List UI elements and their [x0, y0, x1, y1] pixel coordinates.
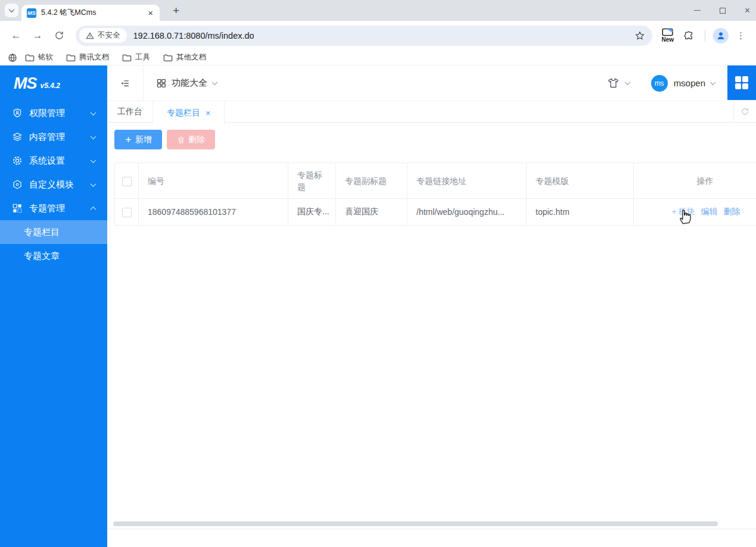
person-icon — [715, 30, 726, 41]
layers-icon — [12, 132, 23, 142]
cell-link: /html/web/guoqingzhu... — [407, 199, 527, 226]
sidebar-item-topics[interactable]: 专题管理 — [0, 196, 107, 220]
row-checkbox[interactable] — [122, 208, 132, 217]
tab-search-button[interactable] — [5, 4, 18, 17]
chevron-down-icon — [91, 133, 97, 139]
browser-tab[interactable]: MS 5.4.2 铭飞MCms × — [21, 5, 160, 21]
sidebar-subitem-label: 专题栏目 — [24, 227, 60, 238]
sidebar-subitem-topic-articles[interactable]: 专题文章 — [0, 244, 107, 268]
toolbar-divider — [705, 30, 705, 42]
site-favicon: MS — [27, 8, 36, 18]
profile-avatar[interactable] — [713, 28, 729, 43]
delete-button[interactable]: 删除 — [167, 130, 215, 149]
gear-icon — [12, 155, 23, 166]
col-header-id: 编号 — [139, 163, 288, 199]
refresh-tab-button[interactable] — [733, 101, 756, 122]
reload-button[interactable] — [50, 27, 68, 45]
horizontal-scrollbar[interactable] — [113, 521, 718, 526]
white-grid-icon — [734, 75, 749, 90]
url-text[interactable]: 192.168.0.71:8080/ms/index.do — [133, 31, 635, 40]
screen: MS 5.4.2 铭飞MCms × + × ← → 不安全 192.168.0.… — [0, 0, 756, 547]
globe-icon[interactable] — [8, 53, 17, 62]
extensions-button[interactable] — [680, 27, 698, 45]
cell-title: 国庆专... — [288, 199, 336, 226]
col-header-link: 专题链接地址 — [407, 163, 527, 199]
bookmark-item[interactable]: 工具 — [122, 52, 150, 62]
col-header-actions: 操作 — [634, 163, 756, 199]
add-button[interactable]: 新增 — [114, 130, 162, 149]
folder-icon — [66, 54, 76, 62]
select-all-cell — [115, 163, 139, 199]
minimize-button[interactable] — [694, 10, 701, 11]
apps-grid-icon — [156, 78, 166, 88]
bookmark-star-icon[interactable] — [634, 30, 645, 41]
cell-actions: ＋板块编辑删除 — [634, 199, 756, 226]
sidebar-item-custom-modules[interactable]: 自定义模块 — [0, 173, 107, 196]
bookmark-label: 铭软 — [38, 52, 53, 62]
sidebar-item-content[interactable]: 内容管理 — [0, 125, 107, 149]
username-label: msopen — [674, 78, 705, 88]
chevron-down-icon — [91, 157, 97, 163]
sidebar-item-label: 内容管理 — [29, 132, 65, 143]
all-features-menu[interactable]: 功能大全 — [144, 77, 229, 89]
delete-link[interactable]: 删除 — [724, 207, 741, 216]
reload-icon — [54, 30, 64, 40]
browser-menu-button[interactable]: ⋮ — [731, 30, 751, 41]
logo-text: MS — [14, 74, 37, 93]
forward-button[interactable]: → — [29, 27, 46, 45]
sidebar-subitem-topic-columns[interactable]: 专题栏目 — [0, 220, 107, 244]
chevron-down-icon — [9, 7, 15, 12]
content-area: 新增 删除 编号 专题标题 — [107, 123, 756, 547]
tab-close-icon[interactable]: × — [147, 8, 154, 17]
select-all-checkbox[interactable] — [122, 177, 132, 186]
security-chip[interactable]: 不安全 — [79, 28, 127, 43]
bookmark-label: 其他文档 — [176, 52, 206, 62]
folder-icon — [163, 54, 173, 62]
tab-workbench[interactable]: 工作台 — [107, 101, 153, 122]
bookmark-item[interactable]: 铭软 — [25, 52, 53, 62]
user-avatar[interactable]: ms — [651, 75, 668, 92]
sidebar-item-label: 自定义模块 — [29, 179, 74, 190]
side-panel-button[interactable]: New — [661, 28, 674, 43]
app-header: 功能大全 ms msopen — [107, 65, 756, 101]
col-header-title: 专题标题 — [288, 163, 336, 199]
theme-switcher[interactable] — [607, 77, 630, 89]
browser-tab-strip: MS 5.4.2 铭飞MCms × + × — [0, 0, 756, 21]
cell-template: topic.htm — [527, 199, 634, 226]
chevron-up-icon — [91, 206, 97, 212]
tab-label: 专题栏目 — [167, 108, 200, 118]
tab-close-icon[interactable]: × — [206, 108, 210, 118]
address-bar[interactable]: 不安全 192.168.0.71:8080/ms/index.do — [76, 26, 652, 46]
delete-button-label: 删除 — [188, 135, 205, 145]
back-button[interactable]: ← — [7, 27, 25, 45]
folder-icon — [122, 54, 132, 62]
sidebar-item-settings[interactable]: 系统设置 — [0, 149, 107, 173]
collapse-menu-icon — [119, 77, 131, 89]
bookmark-item[interactable]: 腾讯文档 — [66, 52, 109, 62]
edit-link[interactable]: 编辑 — [701, 207, 718, 216]
warning-icon — [86, 32, 94, 40]
mcms-app: MS v5.4.2 权限管理 内容管理 系统设置 自定义模块 — [0, 65, 756, 547]
bookmark-item[interactable]: 其他文档 — [163, 52, 206, 62]
sidebar-item-label: 权限管理 — [29, 108, 65, 119]
maximize-button[interactable] — [720, 8, 726, 14]
action-buttons: 新增 删除 — [114, 130, 756, 149]
user-menu[interactable]: msopen — [674, 78, 715, 88]
folder-icon — [25, 54, 35, 62]
new-tab-button[interactable]: + — [169, 3, 183, 18]
trash-icon — [177, 136, 185, 144]
row-select-cell — [115, 199, 139, 226]
quick-apps-button[interactable] — [727, 65, 756, 100]
tab-topic-columns[interactable]: 专题栏目 × — [153, 101, 225, 125]
window-controls: × — [694, 0, 750, 21]
plus-icon — [125, 136, 132, 143]
sidebar-item-permissions[interactable]: 权限管理 — [0, 101, 107, 125]
content-divider — [107, 529, 756, 529]
cell-id: 1860974885968101377 — [139, 199, 288, 226]
browser-tab-title: 5.4.2 铭飞MCms — [41, 8, 142, 18]
chevron-down-icon — [91, 181, 97, 187]
table-row: 1860974885968101377 国庆专... 喜迎国庆 /html/we… — [115, 199, 756, 226]
close-window-button[interactable]: × — [745, 6, 750, 15]
sidebar: MS v5.4.2 权限管理 内容管理 系统设置 自定义模块 — [0, 65, 107, 547]
sidebar-collapse-button[interactable] — [107, 65, 144, 101]
